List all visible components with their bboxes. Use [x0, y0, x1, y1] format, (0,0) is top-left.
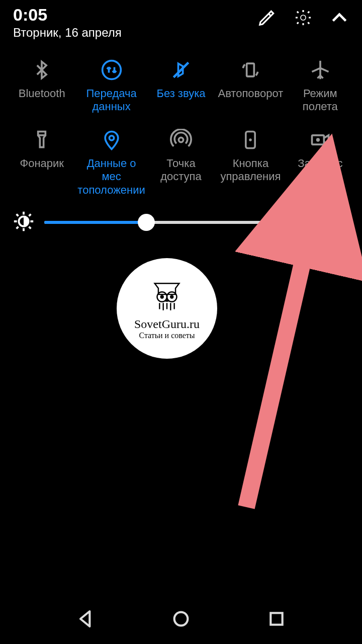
control-icon — [236, 126, 264, 154]
svg-point-7 — [249, 138, 252, 141]
record-icon — [306, 126, 334, 154]
torch-icon — [28, 126, 56, 154]
auto-brightness-label: Авто — [296, 214, 325, 230]
svg-point-13 — [160, 295, 164, 298]
toggle-box-icon — [330, 215, 350, 229]
qs-tile-label: Передача данных — [86, 87, 136, 114]
qs-tile-label: Фонарик — [20, 157, 64, 170]
edit-icon[interactable] — [257, 8, 277, 27]
bluetooth-icon — [28, 56, 56, 84]
nav-back-button[interactable] — [75, 609, 96, 631]
qs-tile-control[interactable]: Кнопка управления — [216, 126, 285, 197]
auto-brightness-toggle[interactable]: Авто — [296, 214, 350, 230]
quick-settings-grid: BluetoothПередача данныхБез звукаАвтопов… — [0, 45, 362, 197]
status-actions — [257, 5, 349, 27]
watermark-badge: SovetGuru.ru Статьи и советы — [117, 258, 217, 359]
svg-point-1 — [102, 61, 121, 79]
data-icon — [98, 56, 126, 84]
svg-point-9 — [316, 138, 320, 141]
brightness-slider[interactable] — [44, 215, 287, 229]
nav-recent-button[interactable] — [266, 609, 287, 631]
qs-tile-label: Автоповорот — [218, 87, 283, 100]
svg-point-16 — [174, 612, 188, 626]
nav-home-button[interactable] — [171, 609, 191, 631]
qs-tile-label: Кнопка управления — [220, 157, 281, 184]
qs-tile-location[interactable]: Данные о мес тоположении — [76, 126, 146, 197]
android-nav-bar — [0, 596, 362, 644]
rotate-icon — [236, 56, 264, 84]
qs-tile-data[interactable]: Передача данных — [76, 56, 146, 114]
hotspot-icon — [167, 126, 195, 154]
qs-tile-bluetooth[interactable]: Bluetooth — [7, 56, 76, 114]
svg-point-4 — [109, 136, 114, 140]
svg-point-0 — [301, 15, 306, 20]
watermark-subtitle: Статьи и советы — [139, 331, 195, 340]
qs-tile-record[interactable]: Запись с экрана — [286, 126, 355, 197]
airplane-icon — [306, 56, 334, 84]
brightness-row: Авто — [0, 197, 362, 235]
brightness-icon — [12, 210, 35, 235]
chevron-up-icon[interactable] — [330, 8, 349, 27]
svg-rect-17 — [270, 613, 282, 624]
svg-rect-3 — [38, 131, 46, 135]
qs-tile-label: Без звука — [156, 87, 205, 100]
qs-tile-label: Режим полета — [286, 87, 355, 114]
location-icon — [98, 126, 126, 154]
qs-tile-airplane[interactable]: Режим полета — [286, 56, 355, 114]
qs-tile-label: Запись с экрана — [298, 157, 342, 184]
svg-point-5 — [178, 137, 183, 142]
status-left: 0:05 Вторник, 16 апреля — [13, 5, 257, 40]
clock-time: 0:05 — [13, 5, 257, 25]
qs-tile-torch[interactable]: Фонарик — [7, 126, 76, 197]
qs-tile-mute[interactable]: Без звука — [146, 56, 216, 114]
gear-icon[interactable] — [294, 8, 313, 27]
owl-icon — [147, 277, 187, 316]
svg-point-14 — [170, 295, 173, 298]
qs-tile-hotspot[interactable]: Точка доступа — [146, 126, 216, 197]
qs-tile-label: Bluetooth — [19, 87, 65, 100]
qs-tile-rotate[interactable]: Автоповорот — [216, 56, 285, 114]
watermark-title: SovetGuru.ru — [134, 317, 200, 331]
qs-tile-label: Данные о мес тоположении — [76, 157, 146, 197]
status-header: 0:05 Вторник, 16 апреля — [0, 0, 362, 45]
status-date: Вторник, 16 апреля — [13, 26, 257, 40]
svg-rect-2 — [247, 63, 254, 76]
qs-tile-label: Точка доступа — [146, 157, 216, 184]
svg-line-15 — [246, 200, 317, 507]
mute-icon — [167, 56, 195, 84]
